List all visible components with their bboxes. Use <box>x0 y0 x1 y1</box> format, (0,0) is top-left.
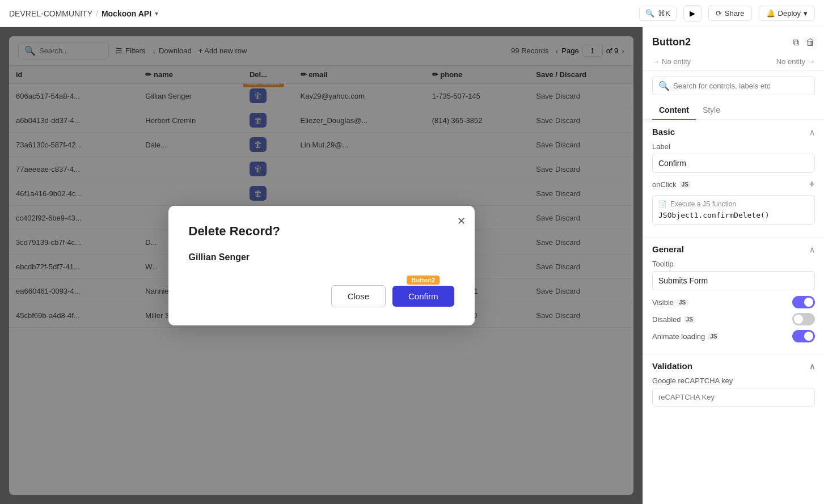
arrow-right-icon: → <box>808 57 815 66</box>
panel-search-wrap[interactable]: 🔍 <box>652 77 815 95</box>
recaptcha-input[interactable] <box>652 388 815 406</box>
search-icon: 🔍 <box>645 9 654 18</box>
modal-confirm-button[interactable]: Confirm <box>392 286 454 307</box>
trash-icon-button[interactable]: 🗑 <box>806 37 815 48</box>
modal-close-action-button[interactable]: Close <box>331 285 386 307</box>
basic-section: Basic ∧ Label onClick JS + 📄 Execute a J… <box>643 120 824 238</box>
js-badge: JS <box>679 181 691 188</box>
search-button[interactable]: 🔍 ⌘K <box>639 6 677 21</box>
general-section: General ∧ Tooltip Visible JS Disabled JS <box>643 238 824 354</box>
copy-icon-button[interactable]: ⧉ <box>793 37 799 48</box>
animate-js-badge: JS <box>708 333 719 340</box>
modal-close-button[interactable]: ✕ <box>457 215 466 227</box>
onclick-code: JSObject1.confirmDelete() <box>658 211 809 219</box>
general-title: General <box>652 244 684 254</box>
topbar-breadcrumb: DEVREL-COMMUNITY / Mockoon API ▾ <box>9 9 158 18</box>
entity-right: No entity → <box>776 57 815 66</box>
general-section-header: General ∧ <box>652 244 815 254</box>
main-area: 🔍 ☰ Filters ↓ Download + Add new row 99 … <box>0 27 824 504</box>
modal-overlay: ✕ Delete Record? Gillian Senger Close Bu… <box>0 27 643 504</box>
label-input[interactable] <box>652 154 815 173</box>
disabled-toggle[interactable] <box>792 313 815 325</box>
onclick-header: 📄 Execute a JS function <box>658 200 809 208</box>
validation-title-text: Validation <box>652 361 692 371</box>
visible-row: Visible JS <box>652 296 815 308</box>
share-button[interactable]: ⟳ Share <box>708 6 752 21</box>
tooltip-input[interactable] <box>652 271 815 290</box>
modal-title: Delete Record? <box>189 224 454 239</box>
deploy-button[interactable]: 🔔 Deploy ▾ <box>759 6 815 21</box>
basic-title: Basic <box>652 127 675 137</box>
animate-row: Animate loading JS <box>652 330 815 342</box>
panel-tabs: Content Style <box>643 101 824 120</box>
tab-content[interactable]: Content <box>652 101 696 120</box>
run-button[interactable]: ▶ <box>683 5 702 22</box>
org-name: DEVREL-COMMUNITY <box>9 9 92 18</box>
visible-label: Visible JS <box>652 298 688 307</box>
confirm-btn-wrap: Button2 Confirm <box>392 286 454 307</box>
modal-actions: Close Button2 Confirm <box>189 285 454 307</box>
basic-chevron-icon[interactable]: ∧ <box>809 128 815 137</box>
onclick-row: onClick JS + <box>652 179 815 190</box>
onclick-box: 📄 Execute a JS function JSObject1.confir… <box>652 195 815 225</box>
disabled-toggle-thumb <box>794 315 803 324</box>
general-chevron-icon[interactable]: ∧ <box>809 245 815 254</box>
right-panel: Button2 ⧉ 🗑 → No entity No entity → 🔍 Co… <box>643 27 824 504</box>
panel-search-input[interactable] <box>673 82 809 90</box>
button2-tag: Button2 <box>407 276 440 285</box>
panel-header: Button2 ⧉ 🗑 <box>643 27 824 53</box>
deploy-chevron-icon: ▾ <box>804 9 808 18</box>
disabled-label: Disabled JS <box>652 315 695 324</box>
modal-record-name: Gillian Senger <box>189 252 454 262</box>
delete-modal: ✕ Delete Record? Gillian Senger Close Bu… <box>168 206 475 325</box>
animate-toggle-thumb <box>804 332 813 341</box>
project-name: Mockoon API <box>102 9 151 18</box>
panel-search-icon: 🔍 <box>658 81 670 91</box>
deploy-icon: 🔔 <box>766 9 775 18</box>
data-area: 🔍 ☰ Filters ↓ Download + Add new row 99 … <box>0 27 643 504</box>
search-shortcut: ⌘K <box>658 9 670 18</box>
visible-js-badge: JS <box>677 299 688 306</box>
onclick-label: onClick JS <box>652 180 691 189</box>
validation-section: Validation ∧ Google reCAPTCHA key <box>643 354 824 413</box>
validation-section-header: Validation ∧ <box>652 361 815 371</box>
visible-toggle[interactable] <box>792 296 815 308</box>
animate-label: Animate loading JS <box>652 332 719 341</box>
disabled-row: Disabled JS <box>652 313 815 325</box>
doc-icon: 📄 <box>658 200 667 208</box>
disabled-js-badge: JS <box>684 316 695 323</box>
topbar: DEVREL-COMMUNITY / Mockoon API ▾ 🔍 ⌘K ▶ … <box>0 0 824 27</box>
visible-toggle-thumb <box>804 298 813 307</box>
animate-toggle[interactable] <box>792 330 815 342</box>
share-icon: ⟳ <box>716 9 722 18</box>
topbar-actions: 🔍 ⌘K ▶ ⟳ Share 🔔 Deploy ▾ <box>639 5 815 22</box>
panel-title: Button2 <box>652 36 691 48</box>
onclick-add-button[interactable]: + <box>809 179 815 190</box>
project-chevron-icon[interactable]: ▾ <box>155 10 158 18</box>
label-field-label: Label <box>652 142 815 151</box>
tooltip-field-label: Tooltip <box>652 260 815 268</box>
breadcrumb-separator: / <box>96 9 98 18</box>
validation-chevron-icon[interactable]: ∧ <box>809 362 815 371</box>
arrow-left-icon: → <box>652 57 660 66</box>
basic-section-header: Basic ∧ <box>652 127 815 137</box>
tab-style[interactable]: Style <box>696 101 727 120</box>
entity-row: → No entity No entity → <box>643 53 824 71</box>
entity-left: → No entity <box>652 57 691 66</box>
panel-header-icons: ⧉ 🗑 <box>793 37 815 48</box>
recaptcha-label: Google reCAPTCHA key <box>652 376 815 385</box>
